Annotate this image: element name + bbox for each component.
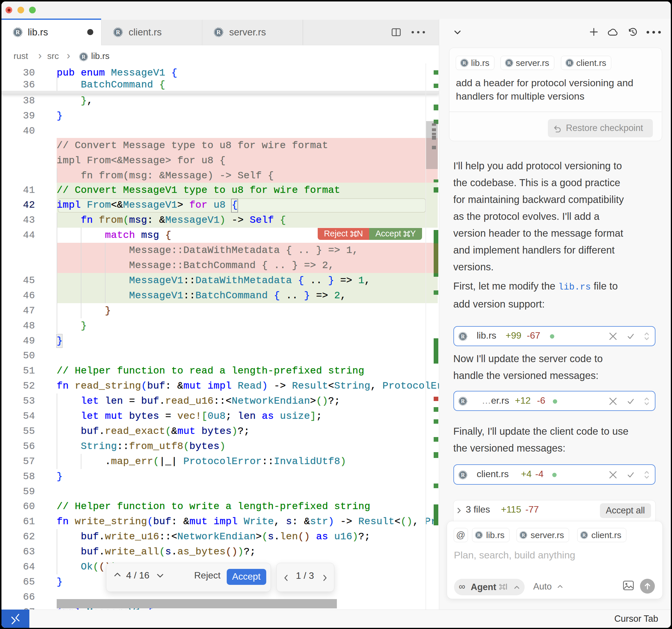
svg-text:R: R — [16, 29, 20, 35]
svg-text:R: R — [216, 29, 221, 35]
svg-text:R: R — [507, 60, 511, 66]
svg-text:R: R — [116, 29, 120, 35]
svg-text:R: R — [477, 533, 481, 537]
svg-text:R: R — [462, 60, 466, 66]
svg-text:R: R — [522, 533, 525, 537]
svg-text:R: R — [82, 54, 86, 59]
svg-text:R: R — [582, 533, 586, 537]
svg-text:R: R — [568, 60, 571, 66]
svg-text:R: R — [461, 472, 465, 478]
svg-text:R: R — [461, 334, 465, 339]
svg-text:R: R — [461, 398, 465, 404]
